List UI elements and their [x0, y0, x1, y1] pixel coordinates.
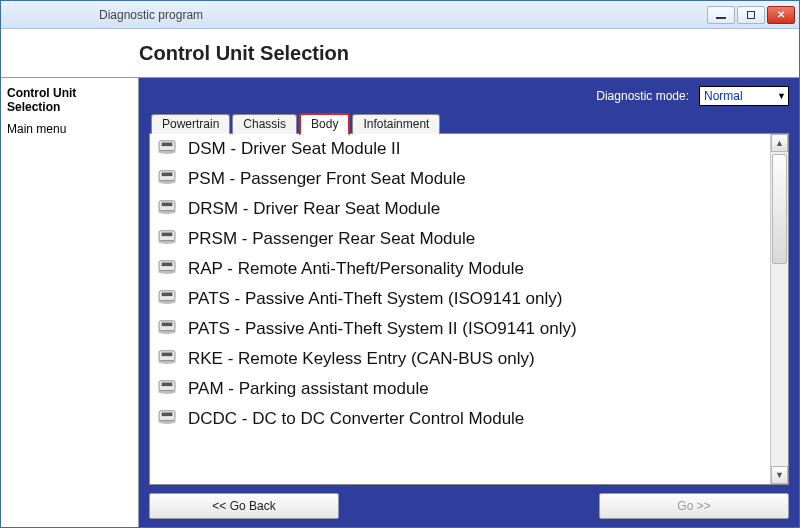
svg-rect-17 [162, 292, 173, 296]
chevron-down-icon: ▼ [777, 91, 786, 101]
list-item-label: RKE - Remote Keyless Entry (CAN-BUS only… [188, 349, 535, 369]
list-item[interactable]: PATS - Passive Anti-Theft System (ISO914… [150, 284, 770, 314]
diagnostic-mode-select[interactable]: Normal ▼ [699, 86, 789, 106]
diagnostic-mode-bar: Diagnostic mode: Normal ▼ [149, 84, 789, 108]
scrollbar[interactable]: ▲ ▼ [770, 134, 788, 484]
svg-rect-29 [162, 412, 173, 416]
module-list: DSM - Driver Seat Module II PSM - Passen… [150, 134, 770, 484]
tabs: Powertrain Chassis Body Infotainment [149, 112, 789, 134]
list-item[interactable]: RKE - Remote Keyless Entry (CAN-BUS only… [150, 344, 770, 374]
list-item[interactable]: RAP - Remote Anti-Theft/Personality Modu… [150, 254, 770, 284]
module-icon [156, 139, 178, 160]
list-item[interactable]: DCDC - DC to DC Converter Control Module [150, 404, 770, 434]
diagnostic-mode-label: Diagnostic mode: [596, 89, 689, 103]
svg-rect-2 [162, 142, 173, 146]
list-item-label: DSM - Driver Seat Module II [188, 139, 401, 159]
maximize-button[interactable] [737, 6, 765, 24]
list-item[interactable]: PATS - Passive Anti-Theft System II (ISO… [150, 314, 770, 344]
module-icon [156, 199, 178, 220]
svg-rect-20 [162, 322, 173, 326]
tab-chassis[interactable]: Chassis [232, 114, 297, 134]
list-item-label: PATS - Passive Anti-Theft System (ISO914… [188, 289, 562, 309]
module-icon [156, 229, 178, 250]
app-window: Diagnostic program ✕ Control Unit Select… [0, 0, 800, 528]
scroll-track[interactable] [771, 152, 788, 466]
list-item-label: PATS - Passive Anti-Theft System II (ISO… [188, 319, 577, 339]
minimize-button[interactable] [707, 6, 735, 24]
list-item-label: PRSM - Passenger Rear Seat Module [188, 229, 475, 249]
list-item[interactable]: DRSM - Driver Rear Seat Module [150, 194, 770, 224]
list-item[interactable]: PRSM - Passenger Rear Seat Module [150, 224, 770, 254]
footer-nav: << Go Back Go >> [149, 485, 789, 519]
module-icon [156, 349, 178, 370]
svg-rect-14 [162, 262, 173, 266]
sidebar: Control Unit Selection Main menu [1, 78, 139, 527]
page-title: Control Unit Selection [139, 42, 349, 65]
module-list-panel: DSM - Driver Seat Module II PSM - Passen… [149, 133, 789, 485]
go-button[interactable]: Go >> [599, 493, 789, 519]
scroll-thumb[interactable] [772, 154, 787, 264]
list-item-label: PAM - Parking assistant module [188, 379, 429, 399]
diagnostic-mode-value: Normal [704, 89, 743, 103]
svg-rect-8 [162, 202, 173, 206]
main-panel: Diagnostic mode: Normal ▼ Powertrain Cha… [139, 78, 799, 527]
titlebar: Diagnostic program ✕ [1, 1, 799, 29]
scroll-down-icon[interactable]: ▼ [771, 466, 788, 484]
module-icon [156, 379, 178, 400]
go-back-button[interactable]: << Go Back [149, 493, 339, 519]
sidebar-item-control-unit-selection[interactable]: Control Unit Selection [5, 84, 134, 116]
sidebar-item-main-menu[interactable]: Main menu [5, 120, 134, 138]
list-item[interactable]: PAM - Parking assistant module [150, 374, 770, 404]
scroll-up-icon[interactable]: ▲ [771, 134, 788, 152]
tab-powertrain[interactable]: Powertrain [151, 114, 230, 134]
svg-rect-11 [162, 232, 173, 236]
svg-rect-26 [162, 382, 173, 386]
list-item[interactable]: PSM - Passenger Front Seat Module [150, 164, 770, 194]
window-controls: ✕ [707, 6, 795, 24]
module-icon [156, 289, 178, 310]
tab-infotainment[interactable]: Infotainment [352, 114, 440, 134]
module-icon [156, 259, 178, 280]
list-item[interactable]: DSM - Driver Seat Module II [150, 134, 770, 164]
list-item-label: PSM - Passenger Front Seat Module [188, 169, 466, 189]
module-icon [156, 319, 178, 340]
window-title: Diagnostic program [99, 8, 203, 22]
body-area: Control Unit Selection Main menu Diagnos… [1, 77, 799, 527]
module-icon [156, 409, 178, 430]
tab-body[interactable]: Body [299, 113, 350, 135]
list-item-label: DRSM - Driver Rear Seat Module [188, 199, 440, 219]
close-button[interactable]: ✕ [767, 6, 795, 24]
module-icon [156, 169, 178, 190]
page-header: Control Unit Selection [1, 29, 799, 77]
svg-rect-23 [162, 352, 173, 356]
list-item-label: RAP - Remote Anti-Theft/Personality Modu… [188, 259, 524, 279]
list-item-label: DCDC - DC to DC Converter Control Module [188, 409, 524, 429]
svg-rect-5 [162, 172, 173, 176]
